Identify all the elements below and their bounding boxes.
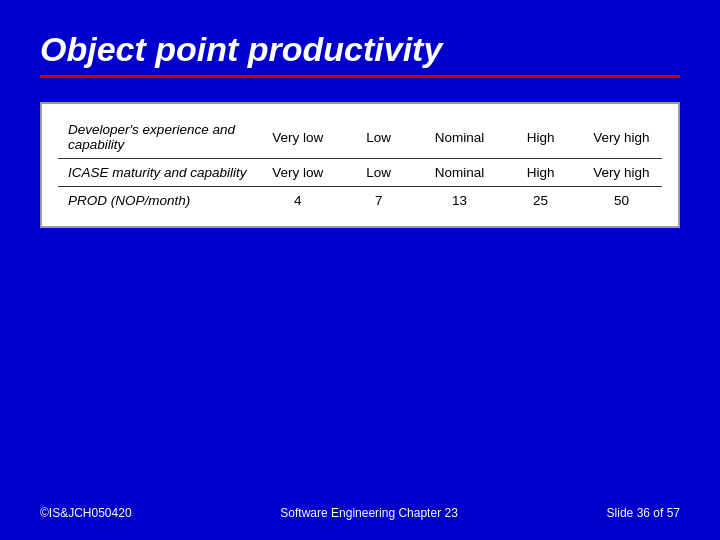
row1-col4: High [500,116,581,159]
table-row: ICASE maturity and capability Very low L… [58,159,662,187]
row3-col2: 7 [338,187,419,215]
row2-label: ICASE maturity and capability [58,159,257,187]
productivity-table: Developer's experience and capability Ve… [58,116,662,214]
table-row: Developer's experience and capability Ve… [58,116,662,159]
row1-col3: Nominal [419,116,500,159]
row1-col1: Very low [257,116,338,159]
title-underline [40,75,680,78]
row3-col1: 4 [257,187,338,215]
row3-col5: 50 [581,187,662,215]
row2-col5: Very high [581,159,662,187]
slide-container: Object point productivity Developer's ex… [0,0,720,540]
row3-col3: 13 [419,187,500,215]
row2-col1: Very low [257,159,338,187]
row2-col2: Low [338,159,419,187]
table-wrapper: Developer's experience and capability Ve… [40,102,680,228]
footer: ©IS&JCH050420 Software Engineering Chapt… [40,506,680,520]
row1-col5: Very high [581,116,662,159]
row3-col4: 25 [500,187,581,215]
row2-col3: Nominal [419,159,500,187]
row3-label: PROD (NOP/month) [58,187,257,215]
row1-col2: Low [338,116,419,159]
footer-right: Slide 36 of 57 [607,506,680,520]
row2-col4: High [500,159,581,187]
slide-title: Object point productivity [40,30,680,69]
row1-label: Developer's experience and capability [58,116,257,159]
footer-left: ©IS&JCH050420 [40,506,132,520]
table-row: PROD (NOP/month) 4 7 13 25 50 [58,187,662,215]
footer-center: Software Engineering Chapter 23 [280,506,457,520]
